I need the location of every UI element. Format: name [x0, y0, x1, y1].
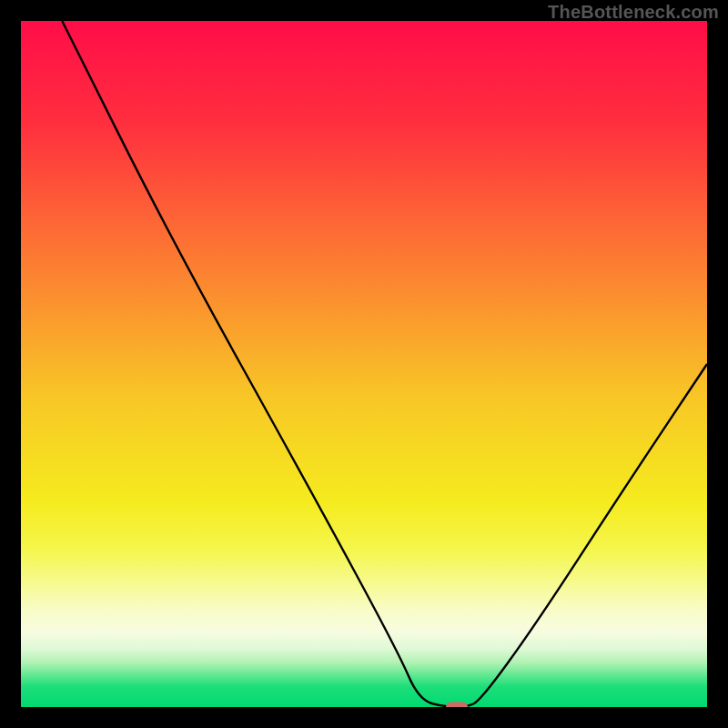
chart-frame: TheBottleneck.com — [0, 0, 728, 728]
plot-area — [21, 21, 707, 707]
optimal-point-marker — [446, 703, 468, 708]
plot-svg — [21, 21, 707, 707]
gradient-background — [21, 21, 707, 707]
watermark-label: TheBottleneck.com — [548, 2, 719, 23]
